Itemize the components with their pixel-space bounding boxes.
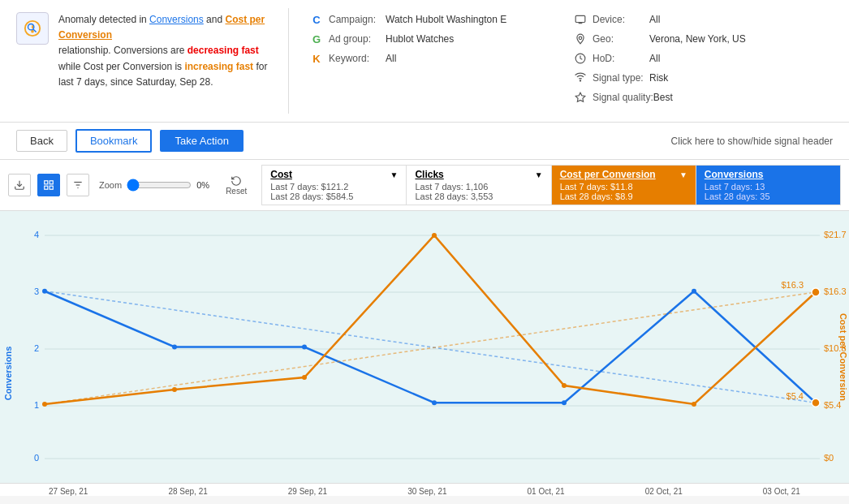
cost-pill-label: Cost (270, 169, 292, 180)
geo-icon (573, 32, 588, 46)
conv-last28: Last 28 days: 35 (705, 192, 832, 201)
x-label-6: 03 Oct, 21 (763, 487, 800, 496)
svg-text:$5.4: $5.4 (787, 391, 804, 401)
svg-rect-19 (0, 211, 849, 483)
svg-text:Conversions: Conversions (3, 347, 13, 401)
svg-point-42 (562, 400, 567, 405)
hod-icon (573, 51, 588, 66)
svg-point-48 (302, 375, 307, 380)
x-label-2: 29 Sep, 21 (288, 487, 327, 496)
x-label-1: 28 Sep, 21 (168, 487, 207, 496)
svg-point-8 (579, 37, 582, 40)
device-value: All (649, 14, 660, 25)
increasing-text: increasing fast (184, 61, 253, 72)
take-action-button[interactable]: Take Action (160, 130, 243, 152)
anomaly-icon (16, 12, 49, 45)
hod-row: HoD: All (573, 51, 821, 66)
meta-section: C Campaign: Watch Hubolt Washington E G … (289, 8, 841, 114)
signal-type-value: Risk (649, 72, 668, 84)
cost-pill-arrow: ▼ (390, 170, 399, 179)
svg-rect-13 (50, 181, 53, 184)
svg-point-50 (562, 383, 567, 388)
conv-last7: Last 7 days: 13 (705, 182, 832, 192)
geo-label: Geo: (593, 33, 649, 45)
campaign-row: C Campaign: Watch Hubolt Washington E (309, 12, 557, 27)
keyword-value: All (386, 53, 396, 64)
zoom-value: 0% (196, 180, 216, 190)
svg-text:3: 3 (34, 286, 39, 296)
cpc-last7: Last 7 days: $11.8 (560, 182, 687, 192)
hod-label: HoD: (593, 53, 649, 64)
svg-point-51 (692, 402, 696, 407)
cpc-last28: Last 28 days: $8.9 (560, 192, 687, 201)
signal-quality-label: Signal quality: (593, 92, 653, 103)
device-row: Device: All (573, 12, 821, 27)
x-label-3: 30 Sep, 21 (407, 487, 446, 496)
geo-value: Verona, New York, US (649, 33, 746, 45)
metric-pills: Cost ▼ Last 7 days: $121.2 Last 28 days:… (261, 165, 841, 205)
clicks-pill[interactable]: Clicks ▼ Last 7 days: 1,106 Last 28 days… (406, 165, 550, 205)
svg-point-2 (32, 31, 33, 32)
svg-point-52 (812, 288, 820, 296)
zoom-section: Zoom 0% (99, 179, 216, 192)
signal-header-hint[interactable]: Click here to show/hide signal header (671, 136, 833, 147)
svg-point-39 (172, 345, 177, 350)
campaign-icon: C (309, 12, 324, 27)
signal-quality-icon (573, 90, 588, 105)
signal-type-row: Signal type: Risk (573, 71, 821, 85)
signal-quality-value: Best (653, 92, 673, 103)
meta-col-left: C Campaign: Watch Hubolt Washington E G … (301, 12, 565, 110)
svg-point-53 (812, 398, 820, 407)
svg-point-46 (42, 402, 47, 407)
campaign-label: Campaign: (329, 14, 386, 25)
cost-per-conversion-pill[interactable]: Cost per Conversion ▼ Last 7 days: $11.8… (551, 165, 696, 205)
adgroup-value: Hublot Watches (386, 33, 454, 45)
clicks-pill-label: Clicks (415, 169, 443, 180)
x-label-5: 02 Oct, 21 (645, 487, 683, 496)
clicks-last7: Last 7 days: 1,106 (415, 182, 542, 192)
export-icon[interactable] (8, 174, 31, 196)
chart-toolbar: Zoom 0% Reset Cost ▼ Last 7 days: $121.2… (0, 160, 849, 211)
svg-text:$21.7: $21.7 (824, 230, 847, 239)
anomaly-section: Anomaly detected in Conversions and Cost… (8, 8, 289, 114)
action-bar: Back Bookmark Take Action Click here to … (0, 123, 849, 160)
grid-icon[interactable] (37, 174, 60, 196)
signal-quality-row: Signal quality: Best (573, 90, 821, 105)
svg-rect-14 (45, 186, 48, 189)
x-axis: 27 Sep, 21 28 Sep, 21 29 Sep, 21 30 Sep,… (0, 483, 849, 496)
anomaly-post: relationship. Conversions are (58, 45, 187, 56)
anomaly-mid: and (204, 14, 226, 25)
keyword-row: K Keyword: All (309, 51, 557, 66)
svg-text:Cost per Conversion: Cost per Conversion (838, 313, 848, 401)
conversions-link[interactable]: Conversions (149, 14, 204, 25)
cost-pill[interactable]: Cost ▼ Last 7 days: $121.2 Last 28 days:… (261, 165, 406, 205)
svg-text:$16.3: $16.3 (824, 286, 847, 296)
reset-label: Reset (226, 187, 247, 196)
svg-text:1: 1 (34, 400, 39, 410)
svg-point-43 (692, 289, 696, 294)
svg-point-41 (432, 400, 437, 405)
decreasing-text: decreasing fast (187, 45, 259, 56)
zoom-slider[interactable] (127, 179, 192, 192)
cpc-pill-label: Cost per Conversion (560, 169, 656, 180)
conv-pill-label: Conversions (705, 169, 764, 180)
conversions-pill[interactable]: Conversions Last 7 days: 13 Last 28 days… (696, 165, 841, 205)
device-icon (573, 12, 588, 27)
adgroup-label: Ad group: (329, 33, 386, 45)
meta-col-right: Device: All Geo: Verona, New York, US Ho… (565, 12, 829, 110)
adgroup-row: G Ad group: Hublot Watches (309, 32, 557, 46)
signal-type-icon (573, 71, 588, 85)
signal-type-label: Signal type: (593, 72, 649, 84)
keyword-label: Keyword: (329, 53, 386, 64)
keyword-icon: K (309, 51, 324, 66)
anomaly-prefix: Anomaly detected in (58, 14, 149, 25)
svg-text:4: 4 (34, 230, 39, 239)
clicks-last28: Last 28 days: 3,553 (415, 192, 542, 201)
chart-wrapper: 4 3 2 1 0 $21.7 $16.3 $10.8 $5.4 $0 Conv… (0, 211, 849, 483)
back-button[interactable]: Back (16, 130, 67, 152)
geo-row: Geo: Verona, New York, US (573, 32, 821, 46)
reset-button[interactable]: Reset (226, 175, 247, 196)
anomaly-text: Anomaly detected in Conversions and Cost… (58, 12, 280, 90)
bookmark-button[interactable]: Bookmark (75, 129, 153, 153)
filter-icon[interactable] (67, 174, 89, 196)
